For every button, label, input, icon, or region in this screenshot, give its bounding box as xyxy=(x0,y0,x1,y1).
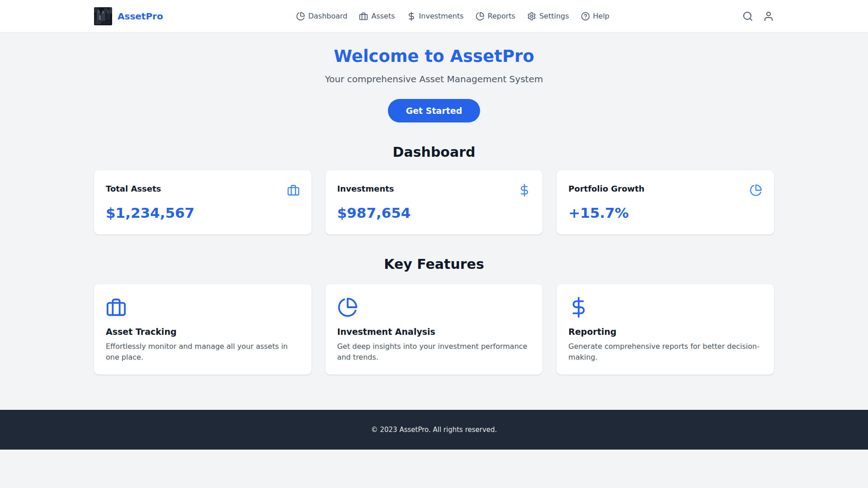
dollar-sign-icon xyxy=(568,297,762,319)
nav-item-label: Help xyxy=(593,12,609,20)
dollar-sign-icon xyxy=(407,12,416,21)
nav-item-label: Reports xyxy=(488,12,515,20)
pie-chart-icon xyxy=(750,184,762,198)
stat-card-title: Total Assets xyxy=(106,184,161,193)
main-content: Welcome to AssetPro Your comprehensive A… xyxy=(0,32,868,375)
stat-card-portfolio-growth: Portfolio Growth +15.7% xyxy=(557,170,774,235)
brand-logo-image xyxy=(94,7,112,25)
nav-item-label: Settings xyxy=(539,12,569,20)
gear-icon xyxy=(527,12,536,21)
dashboard-cards-row: Total Assets $1,234,567 Investments $987… xyxy=(94,170,774,235)
stat-card-title: Investments xyxy=(337,184,394,193)
dollar-sign-icon xyxy=(518,184,531,198)
stat-card-investments: Investments $987,654 xyxy=(326,170,543,235)
feature-card-title: Asset Tracking xyxy=(106,327,300,337)
nav-item-assets[interactable]: Assets xyxy=(359,12,395,21)
hero-section: Welcome to AssetPro Your comprehensive A… xyxy=(0,32,868,122)
features-section-heading: Key Features xyxy=(0,256,868,272)
main-nav: Dashboard Assets Investments Reports Set… xyxy=(296,12,609,21)
nav-item-dashboard[interactable]: Dashboard xyxy=(296,12,348,21)
page-title: Welcome to AssetPro xyxy=(0,47,868,66)
get-started-button[interactable]: Get Started xyxy=(388,99,481,122)
help-circle-icon xyxy=(581,12,590,21)
brand-name: AssetPro xyxy=(118,11,163,22)
stat-card-total-assets: Total Assets $1,234,567 xyxy=(94,170,311,235)
nav-item-label: Investments xyxy=(419,12,464,20)
user-icon[interactable] xyxy=(763,11,774,22)
feature-card-description: Effortlessly monitor and manage all your… xyxy=(106,341,300,363)
feature-card-description: Generate comprehensive reports for bette… xyxy=(568,341,762,363)
nav-item-help[interactable]: Help xyxy=(581,12,609,21)
header: AssetPro Dashboard Assets Investments Re… xyxy=(0,0,868,32)
pie-chart-icon xyxy=(476,12,485,21)
briefcase-icon xyxy=(106,297,300,319)
nav-item-investments[interactable]: Investments xyxy=(407,12,464,21)
footer: © 2023 AssetPro. All rights reserved. xyxy=(0,410,868,450)
feature-card-reporting: Reporting Generate comprehensive reports… xyxy=(557,284,774,375)
feature-card-asset-tracking: Asset Tracking Effortlessly monitor and … xyxy=(94,284,311,375)
search-icon[interactable] xyxy=(742,11,753,22)
stat-card-value: $987,654 xyxy=(337,205,531,221)
nav-item-label: Dashboard xyxy=(308,12,348,20)
dashboard-section-heading: Dashboard xyxy=(0,144,868,160)
pie-chart-icon xyxy=(296,12,305,21)
feature-card-investment-analysis: Investment Analysis Get deep insights in… xyxy=(326,284,543,375)
feature-cards-row: Asset Tracking Effortlessly monitor and … xyxy=(94,284,774,375)
pie-chart-icon xyxy=(337,297,531,319)
feature-card-title: Investment Analysis xyxy=(337,327,531,337)
stat-card-title: Portfolio Growth xyxy=(568,184,644,193)
briefcase-icon xyxy=(287,184,300,198)
nav-item-reports[interactable]: Reports xyxy=(476,12,515,21)
feature-card-description: Get deep insights into your investment p… xyxy=(337,341,531,363)
nav-item-label: Assets xyxy=(371,12,395,20)
page-subtitle: Your comprehensive Asset Management Syst… xyxy=(0,74,868,84)
header-actions xyxy=(742,11,774,22)
dark-photo-logo-icon xyxy=(94,7,112,25)
copyright-text: © 2023 AssetPro. All rights reserved. xyxy=(371,426,497,434)
stat-card-value: +15.7% xyxy=(568,205,762,221)
feature-card-title: Reporting xyxy=(568,327,762,337)
stat-card-value: $1,234,567 xyxy=(106,205,300,221)
brand[interactable]: AssetPro xyxy=(94,7,163,25)
nav-item-settings[interactable]: Settings xyxy=(527,12,569,21)
briefcase-icon xyxy=(359,12,368,21)
